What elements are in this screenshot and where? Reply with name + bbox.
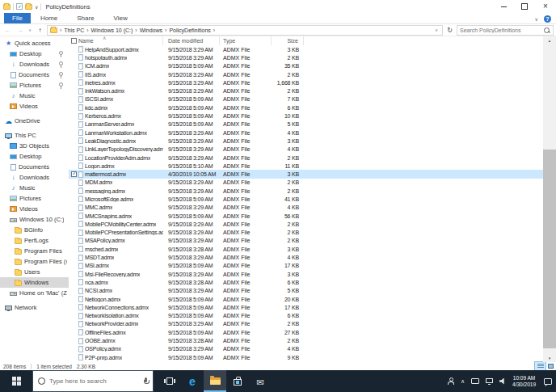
address-bar[interactable]: › This PC › Windows 10 (C:) › Windows › … bbox=[47, 25, 443, 36]
file-row[interactable]: NetworkProvider.admx 9/15/2018 3:29 AM A… bbox=[69, 320, 543, 328]
file-row[interactable]: Logon.admx 9/15/2018 5:10 AM ADMX File 1… bbox=[69, 162, 543, 170]
file-row[interactable]: HelpAndSupport.admx 9/15/2018 3:29 AM AD… bbox=[69, 45, 543, 53]
file-row[interactable]: inetres.admx 9/15/2018 3:29 AM ADMX File… bbox=[69, 78, 543, 86]
mail-button[interactable] bbox=[249, 370, 272, 392]
file-row[interactable]: MobilePCPresentationSettings.admx 9/15/2… bbox=[69, 229, 543, 237]
search-box[interactable] bbox=[457, 25, 554, 36]
edge-button[interactable]: e bbox=[181, 370, 204, 392]
details-view-button[interactable] bbox=[535, 362, 545, 370]
file-row[interactable]: iSCSI.admx 9/15/2018 5:09 AM ADMX File 7… bbox=[69, 95, 543, 103]
sidebar-item[interactable]: Windows bbox=[0, 277, 69, 288]
file-row[interactable]: messaging.admx 9/15/2018 3:29 AM ADMX Fi… bbox=[69, 187, 543, 195]
sidebar-item[interactable]: OneDrive bbox=[0, 116, 69, 126]
column-header-date-modified[interactable]: Date modified bbox=[163, 36, 220, 45]
address-dropdown-icon[interactable]: ∨ bbox=[435, 27, 440, 32]
file-row[interactable]: IIS.admx 9/15/2018 3:29 AM ADMX File 2 K… bbox=[69, 70, 543, 78]
file-row[interactable]: nca.admx 9/15/2018 3:28 AM ADMX File 6 K… bbox=[69, 278, 543, 286]
maximize-button[interactable] bbox=[514, 0, 535, 13]
recent-locations-icon[interactable]: ∨ bbox=[27, 25, 33, 36]
sidebar-item[interactable]: BGinfo bbox=[0, 225, 69, 235]
file-explorer-button[interactable] bbox=[204, 370, 226, 392]
file-row[interactable]: MSI.admx 9/15/2018 5:09 AM ADMX File 17 … bbox=[69, 262, 543, 270]
breadcrumb-item[interactable]: › Windows 10 (C:) bbox=[84, 27, 133, 33]
minimize-button[interactable] bbox=[493, 0, 514, 13]
file-row[interactable]: ICM.admx 9/15/2018 5:09 AM ADMX File 35 … bbox=[69, 62, 543, 70]
ribbon-tab[interactable]: Share bbox=[67, 13, 103, 23]
search-input[interactable] bbox=[460, 27, 543, 33]
sidebar-item[interactable]: Music bbox=[0, 91, 69, 101]
ribbon-tab[interactable]: File bbox=[4, 13, 31, 23]
volume-icon[interactable] bbox=[499, 378, 506, 385]
help-icon[interactable]: ? bbox=[544, 15, 551, 23]
touch-keyboard-icon[interactable] bbox=[471, 378, 479, 384]
file-row[interactable]: kdc.admx 9/15/2018 5:09 AM ADMX File 6 K… bbox=[69, 103, 543, 112]
sidebar-item[interactable]: Users bbox=[0, 267, 69, 277]
column-header-size[interactable]: Size bbox=[272, 36, 304, 45]
scrollbar-thumb[interactable] bbox=[543, 150, 556, 348]
sidebar-item[interactable]: Network bbox=[0, 302, 69, 313]
file-row[interactable]: mattermost.admx 4/30/2019 10:05 AM ADMX … bbox=[69, 170, 543, 178]
scroll-up-icon[interactable]: ▴ bbox=[543, 36, 556, 44]
taskbar-search[interactable] bbox=[32, 370, 154, 392]
file-row[interactable]: LanmanWorkstation.admx 9/15/2018 3:29 AM… bbox=[69, 129, 543, 137]
taskbar-search-input[interactable] bbox=[49, 377, 140, 385]
file-row[interactable]: NCSI.admx 9/15/2018 3:29 AM ADMX File 5 … bbox=[69, 287, 543, 295]
customize-qat-button[interactable]: ∨ bbox=[35, 4, 38, 10]
file-row[interactable]: OOBE.admx 9/15/2018 3:28 AM ADMX File 2 … bbox=[69, 336, 543, 344]
people-icon[interactable] bbox=[448, 377, 454, 385]
forward-button[interactable]: → bbox=[15, 25, 25, 36]
file-row[interactable]: LanmanServer.admx 9/15/2018 5:09 AM ADMX… bbox=[69, 120, 543, 129]
sidebar-item[interactable]: Videos bbox=[0, 101, 69, 112]
sidebar-item[interactable]: Home on 'Mac' (Z:) bbox=[0, 288, 69, 298]
file-row[interactable]: InkWatson.admx 9/15/2018 3:29 AM ADMX Fi… bbox=[69, 86, 543, 95]
hidden-icons-chevron[interactable]: ∧ bbox=[461, 378, 465, 385]
sidebar-item[interactable]: Desktop bbox=[0, 48, 69, 59]
column-header-type[interactable]: Type bbox=[220, 36, 272, 45]
sidebar-item[interactable]: Videos bbox=[0, 204, 69, 214]
expand-ribbon-icon[interactable]: ∨ bbox=[535, 16, 538, 22]
file-row[interactable]: Msi-FileRecovery.admx 9/15/2018 3:29 AM … bbox=[69, 270, 543, 278]
sidebar-item[interactable]: Music bbox=[0, 183, 69, 193]
breadcrumb-item[interactable]: › PolicyDefinitions bbox=[162, 27, 211, 33]
file-row[interactable]: LocationProviderAdm.admx 9/15/2018 3:29 … bbox=[69, 154, 543, 162]
file-row[interactable]: MSDT.admx 9/15/2018 3:29 AM ADMX File 4 … bbox=[69, 253, 543, 261]
ribbon-tab[interactable]: Home bbox=[31, 13, 67, 23]
sidebar-item[interactable]: This PC bbox=[0, 130, 69, 141]
close-button[interactable] bbox=[535, 0, 556, 13]
microphone-icon[interactable] bbox=[144, 377, 148, 386]
taskbar-clock[interactable]: 10:09 AM 4/30/2019 bbox=[512, 375, 536, 388]
sidebar-item[interactable]: Program Files (x86) bbox=[0, 256, 69, 267]
sidebar-item[interactable]: 3D Objects bbox=[0, 141, 69, 151]
sidebar-item[interactable]: Documents bbox=[0, 162, 69, 172]
action-center-icon[interactable] bbox=[544, 378, 552, 385]
up-button[interactable]: ↑ bbox=[35, 25, 45, 36]
sidebar-item[interactable]: Documents bbox=[0, 70, 69, 80]
select-all-checkbox[interactable] bbox=[71, 38, 77, 44]
file-row[interactable]: NetworkConnections.admx 9/15/2018 5:09 A… bbox=[69, 303, 543, 311]
breadcrumb-item[interactable]: › This PC bbox=[57, 27, 84, 33]
file-row[interactable]: MicrosoftEdge.admx 9/15/2018 5:09 AM ADM… bbox=[69, 195, 543, 203]
sidebar-item[interactable]: Pictures bbox=[0, 193, 69, 204]
breadcrumb-item[interactable]: › Windows bbox=[133, 27, 162, 33]
new-folder-button[interactable] bbox=[25, 4, 32, 10]
sidebar-item[interactable]: PerfLogs bbox=[0, 235, 69, 246]
sidebar-item[interactable]: Quick access bbox=[0, 38, 69, 48]
file-row[interactable]: NetworkIsolation.admx 9/15/2018 5:09 AM … bbox=[69, 312, 543, 320]
refresh-button[interactable]: ↻ bbox=[444, 25, 455, 36]
file-row[interactable]: MobilePCMobilityCenter.admx 9/15/2018 3:… bbox=[69, 220, 543, 228]
file-row[interactable]: msched.admx 9/15/2018 3:28 AM ADMX File … bbox=[69, 245, 543, 253]
file-row[interactable]: Kerberos.admx 9/15/2018 5:09 AM ADMX Fil… bbox=[69, 112, 543, 120]
task-view-button[interactable] bbox=[158, 370, 181, 392]
thumbnails-view-button[interactable] bbox=[545, 362, 556, 370]
file-row[interactable]: LeakDiagnostic.admx 9/15/2018 3:29 AM AD… bbox=[69, 137, 543, 145]
sidebar-item[interactable]: Downloads bbox=[0, 59, 69, 70]
file-row[interactable]: MMCSnapins.admx 9/15/2018 5:09 AM ADMX F… bbox=[69, 212, 543, 220]
sidebar-item[interactable]: Program Files bbox=[0, 246, 69, 256]
network-icon[interactable] bbox=[486, 378, 493, 383]
file-row[interactable]: LinkLayerTopologyDiscovery.admx 9/15/201… bbox=[69, 145, 543, 154]
back-button[interactable]: ← bbox=[2, 25, 13, 36]
sidebar-item[interactable]: Downloads bbox=[0, 172, 69, 183]
sidebar-item[interactable]: Pictures bbox=[0, 80, 69, 91]
start-button[interactable] bbox=[0, 370, 32, 392]
sidebar-item[interactable]: Windows 10 (C:) bbox=[0, 214, 69, 225]
